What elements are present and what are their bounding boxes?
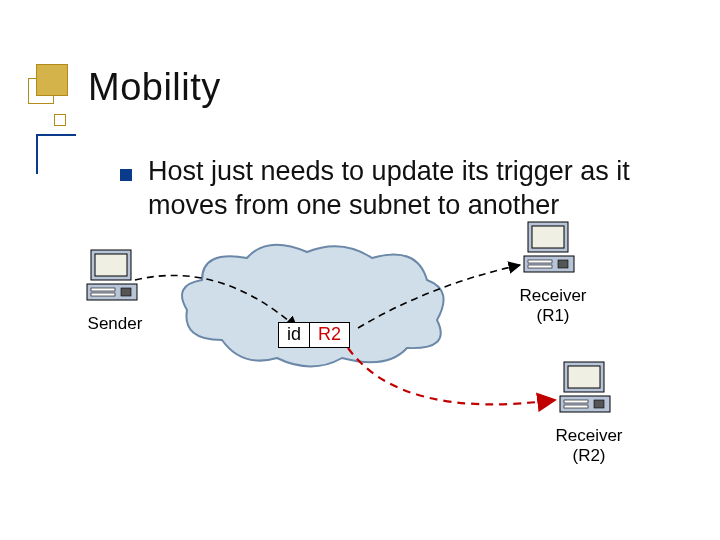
bullet-item: Host just needs to update its trigger as…	[120, 155, 690, 223]
trigger-addr-cell: R2	[309, 323, 349, 347]
svg-rect-4	[91, 293, 115, 296]
svg-rect-3	[91, 288, 115, 291]
bullet-text: Host just needs to update its trigger as…	[148, 155, 690, 223]
slide-title: Mobility	[88, 66, 221, 109]
svg-rect-7	[532, 226, 564, 248]
receiver-r2-computer-icon	[558, 360, 612, 416]
trigger-id-cell: id	[279, 323, 309, 347]
svg-rect-9	[528, 260, 552, 263]
receiver-r1-computer-icon	[522, 220, 576, 276]
bullet-square-icon	[120, 169, 132, 181]
svg-rect-16	[564, 405, 588, 408]
receiver-r2-label: Receiver (R2)	[534, 426, 644, 465]
sender-computer-icon	[85, 248, 139, 304]
diagram: id R2 Sender Receiver (R1)	[0, 230, 720, 530]
receiver-r1-label: Receiver (R1)	[498, 286, 608, 325]
svg-rect-10	[528, 265, 552, 268]
trigger-node: id R2	[278, 322, 350, 348]
svg-rect-17	[594, 400, 604, 408]
svg-rect-13	[568, 366, 600, 388]
svg-rect-1	[95, 254, 127, 276]
svg-rect-15	[564, 400, 588, 403]
network-cloud-icon	[172, 240, 452, 384]
svg-rect-5	[121, 288, 131, 296]
svg-rect-11	[558, 260, 568, 268]
slide-title-block: Mobility	[28, 66, 221, 109]
sender-label: Sender	[70, 314, 160, 334]
